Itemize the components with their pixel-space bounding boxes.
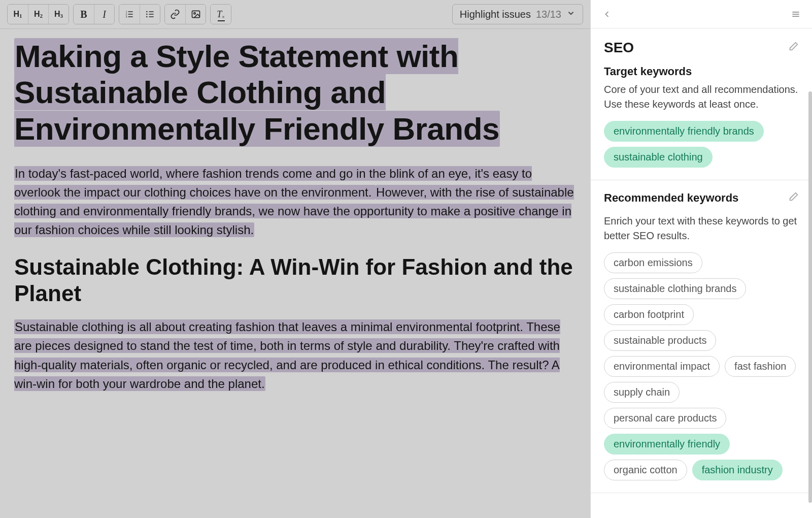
h3-button[interactable]: H3 [48, 5, 69, 24]
keyword-tag[interactable]: sustainable clothing brands [604, 278, 746, 299]
back-button[interactable] [602, 9, 612, 19]
keyword-tag[interactable]: fashion industry [692, 460, 783, 480]
article-title[interactable]: Making a Style Statement with Sustainabl… [14, 38, 576, 147]
edit-seo-button[interactable] [788, 41, 799, 54]
unordered-list-button[interactable] [140, 5, 160, 24]
keyword-tag[interactable]: supply chain [604, 382, 680, 403]
highlight-count: 13/13 [536, 9, 561, 20]
italic-button[interactable]: I [94, 5, 114, 24]
editor-pane: H1 H2 H3 B I 123 T× [0, 0, 591, 518]
svg-rect-12 [192, 11, 199, 17]
clear-format-button[interactable]: T× [211, 5, 231, 24]
scrollbar[interactable] [808, 91, 812, 503]
keyword-tag[interactable]: carbon emissions [604, 252, 702, 273]
article-paragraph-1[interactable]: In today's fast-paced world, where fashi… [14, 164, 576, 240]
svg-point-11 [146, 16, 148, 18]
keyword-tag[interactable]: organic cotton [604, 460, 687, 480]
heading-group: H1 H2 H3 [7, 4, 69, 24]
keyword-tag[interactable]: environmentally friendly [604, 434, 730, 455]
pencil-icon [788, 191, 799, 203]
recommended-keywords-list: carbon emissions sustainable clothing br… [604, 252, 799, 480]
keyword-tag[interactable]: environmental impact [604, 356, 720, 377]
svg-text:3: 3 [126, 15, 127, 18]
h2-button[interactable]: H2 [28, 5, 48, 24]
unordered-list-icon [145, 9, 155, 19]
ordered-list-button[interactable]: 123 [119, 5, 140, 24]
chevron-left-icon [602, 9, 612, 19]
h1-button[interactable]: H1 [8, 5, 28, 24]
article-paragraph-2[interactable]: Sustainable clothing is all about creati… [14, 317, 576, 393]
pencil-icon [788, 41, 799, 52]
recommended-section: Recommended keywords Enrich your text wi… [591, 180, 812, 493]
bold-button[interactable]: B [74, 5, 94, 24]
menu-icon [791, 9, 801, 19]
keyword-tag[interactable]: fast fashion [725, 356, 796, 377]
editor-toolbar: H1 H2 H3 B I 123 T× [0, 0, 590, 29]
svg-point-10 [146, 14, 148, 15]
link-button[interactable] [165, 5, 185, 24]
ordered-list-icon: 123 [124, 9, 134, 19]
keyword-tag[interactable]: sustainable products [604, 330, 716, 351]
recommended-keywords-title: Recommended keywords [604, 191, 738, 205]
text-style-group: B I [73, 4, 115, 24]
chevron-down-icon [566, 9, 576, 20]
target-keywords-title: Target keywords [604, 65, 692, 78]
list-group: 123 [119, 4, 160, 24]
sidebar-header [591, 0, 812, 28]
target-keywords-list: environmentally friendly brands sustaina… [604, 121, 799, 168]
svg-point-9 [146, 11, 148, 13]
keyword-tag[interactable]: personal care products [604, 408, 726, 429]
editor-content[interactable]: Making a Style Statement with Sustainabl… [0, 29, 590, 518]
keyword-tag[interactable]: carbon footprint [604, 304, 694, 325]
clear-format-group: T× [210, 4, 231, 24]
seo-sidebar: SEO Target keywords Core of your text an… [591, 0, 812, 518]
target-keywords-desc: Core of your text and all recommendation… [604, 82, 799, 112]
menu-button[interactable] [791, 9, 801, 19]
edit-recommended-button[interactable] [788, 191, 799, 205]
article-heading-2[interactable]: Sustainable Clothing: A Win-Win for Fash… [14, 254, 576, 308]
keyword-tag[interactable]: sustainable clothing [604, 147, 713, 168]
image-button[interactable] [185, 5, 206, 24]
highlight-label: Highlight issues [460, 9, 531, 20]
insert-group [164, 4, 206, 24]
svg-point-13 [193, 13, 195, 14]
recommended-keywords-desc: Enrich your text with these keywords to … [604, 214, 799, 243]
seo-section: SEO Target keywords Core of your text an… [591, 28, 812, 180]
sidebar-body: SEO Target keywords Core of your text an… [591, 28, 812, 518]
link-icon [170, 9, 180, 19]
seo-title: SEO [604, 40, 634, 56]
keyword-tag[interactable]: environmentally friendly brands [604, 121, 764, 142]
highlight-issues-dropdown[interactable]: Highlight issues 13/13 [452, 4, 583, 24]
image-icon [191, 9, 201, 19]
